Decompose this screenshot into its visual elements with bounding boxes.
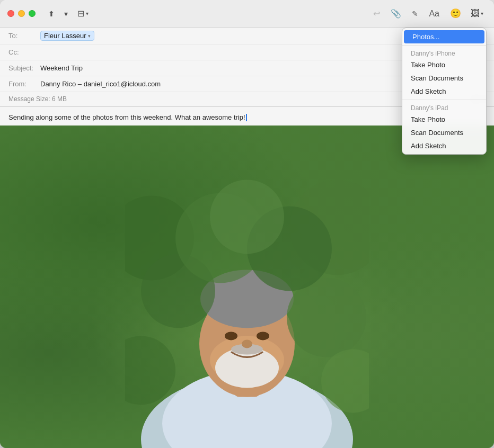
from-label: From: [8,80,40,88]
photos-menu-item[interactable]: Photos... [404,30,484,43]
to-label: To: [8,32,40,40]
message-body[interactable]: Sending along some of the photos from th… [0,107,494,448]
svg-point-10 [242,339,252,348]
foliage-background [0,126,494,448]
emoji-icon: 🙂 [450,8,461,19]
subject-label: Subject: [8,64,40,72]
paperclip-icon: 📎 [391,8,401,19]
minimize-button[interactable] [18,10,25,17]
toolbar-left: ⬆ ▾ ⊟ ▾ [45,6,92,21]
cc-label: Cc: [8,48,40,56]
pencil-icon: ✎ [412,10,418,18]
dannys-iphone-header: Danny's iPhone [402,47,486,58]
toolbar-right: ↩ 📎 ✎ Aa 🙂 🖼 ▾ [369,5,487,22]
message-size-value: 6 MB [52,95,67,103]
svg-point-15 [125,336,175,405]
person-silhouette [125,142,369,448]
font-button[interactable]: Aa [425,6,444,21]
svg-point-7 [225,331,237,340]
maximize-button[interactable] [29,10,36,17]
photo-dropdown-arrow-icon: ▾ [481,11,483,16]
send-button[interactable]: ⬆ [45,7,58,20]
message-size-label: Message Size: [8,95,50,103]
chevron-down-icon: ▾ [64,10,68,18]
insert-photo-dropdown: Photos... Danny's iPhone Take Photo Scan… [402,28,487,155]
subject-value[interactable]: Weekend Trip [40,64,83,72]
iphone-add-sketch-item[interactable]: Add Sketch [402,85,486,98]
insert-photo-button[interactable]: 🖼 ▾ [467,6,487,21]
list-toggle-button[interactable]: ⊟ ▾ [74,6,92,21]
close-button[interactable] [7,10,14,17]
from-value: Danny Rico – daniel_rico1@icloud.com [40,80,161,88]
message-content: Sending along some of the photos from th… [8,113,245,121]
menu-divider-1 [402,45,486,46]
reply-button[interactable]: ↩ [369,6,384,21]
svg-point-19 [210,180,284,254]
recipient-name: Fleur Lasseur [44,32,86,40]
mail-window: ⬆ ▾ ⊟ ▾ ↩ 📎 ✎ Aa 🙂 [0,0,494,448]
ipad-scan-documents-item[interactable]: Scan Documents [402,126,486,139]
list-icon: ⊟ [77,8,84,19]
recipient-chip[interactable]: Fleur Lasseur ▾ [40,31,94,41]
photo-attachment [0,126,494,448]
reply-icon: ↩ [373,8,380,19]
svg-point-8 [257,331,269,340]
list-chevron-icon: ▾ [86,11,89,16]
traffic-lights [7,10,36,17]
iphone-take-photo-item[interactable]: Take Photo [402,58,486,71]
ipad-add-sketch-item[interactable]: Add Sketch [402,139,486,153]
emoji-button[interactable]: 🙂 [446,5,465,22]
iphone-scan-documents-item[interactable]: Scan Documents [402,71,486,85]
attach-button[interactable]: 📎 [386,6,405,21]
recipient-chevron-icon: ▾ [88,33,91,39]
send-icon: ⬆ [48,10,55,18]
font-icon: Aa [429,9,439,19]
dannys-ipad-header: Danny's iPad [402,102,486,113]
menu-divider-2 [402,100,486,100]
edit-button[interactable]: ✎ [408,7,422,21]
text-cursor [246,114,247,121]
ipad-take-photo-item[interactable]: Take Photo [402,113,486,126]
photo-icon: 🖼 [471,8,480,19]
send-dropdown-button[interactable]: ▾ [61,7,71,20]
titlebar: ⬆ ▾ ⊟ ▾ ↩ 📎 ✎ Aa 🙂 [0,0,494,28]
